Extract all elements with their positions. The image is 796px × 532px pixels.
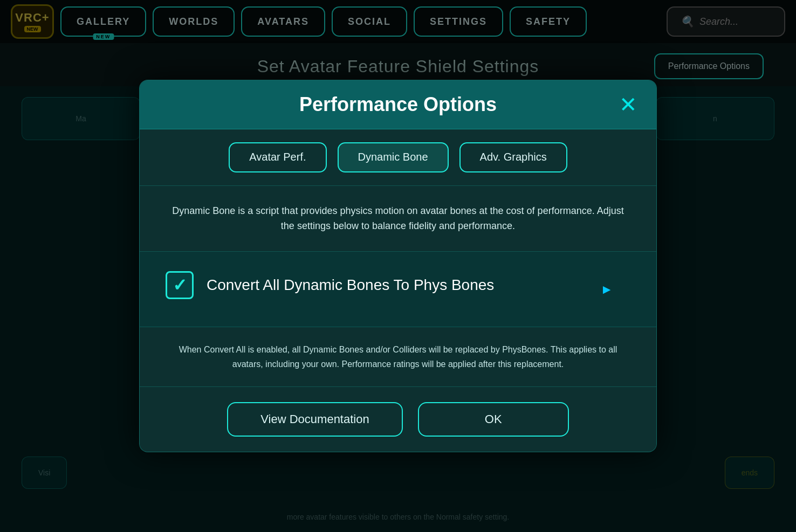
tab-adv-graphics[interactable]: Adv. Graphics [459, 142, 567, 172]
modal-description: Dynamic Bone is a script that provides p… [140, 186, 656, 252]
ok-button[interactable]: OK [418, 402, 569, 437]
info-text: When Convert All is enabled, all Dynamic… [166, 342, 630, 371]
checkbox-label: Convert All Dynamic Bones To Phys Bones [207, 277, 494, 294]
convert-all-checkbox[interactable]: ✓ [166, 271, 194, 299]
modal-header: Performance Options ✕ [140, 80, 656, 129]
modal-title: Performance Options [299, 93, 497, 116]
modal-content-section: ✓ Convert All Dynamic Bones To Phys Bone… [140, 252, 656, 327]
checkbox-row: ✓ Convert All Dynamic Bones To Phys Bone… [166, 271, 630, 299]
view-documentation-button[interactable]: View Documentation [227, 402, 402, 437]
description-text: Dynamic Bone is a script that provides p… [166, 203, 630, 234]
tab-dynamic-bone[interactable]: Dynamic Bone [338, 142, 449, 172]
modal-tabs: Avatar Perf. Dynamic Bone Adv. Graphics [140, 129, 656, 186]
modal-info-section: When Convert All is enabled, all Dynamic… [140, 327, 656, 387]
cursor-indicator: ► [600, 282, 613, 297]
modal-footer: View Documentation OK [140, 387, 656, 452]
checkbox-checkmark: ✓ [173, 275, 187, 295]
modal-overlay: Performance Options ✕ Avatar Perf. Dynam… [0, 0, 796, 532]
performance-options-modal: Performance Options ✕ Avatar Perf. Dynam… [139, 80, 657, 453]
tab-avatar-perf[interactable]: Avatar Perf. [229, 142, 326, 172]
modal-close-button[interactable]: ✕ [615, 92, 641, 118]
